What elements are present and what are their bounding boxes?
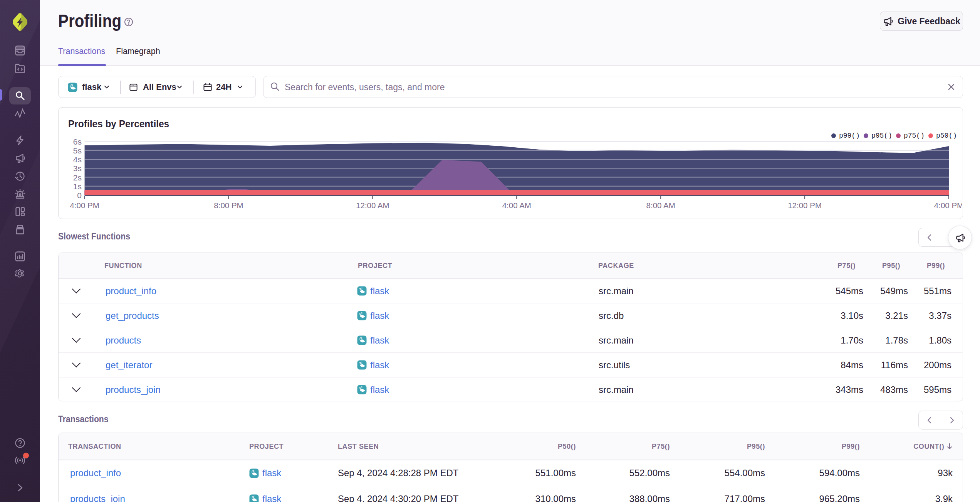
svg-text:1s: 1s [73,182,82,191]
svg-text:2s: 2s [73,173,82,182]
svg-text:4:00 AM: 4:00 AM [502,201,531,210]
svg-text:4:00 PM: 4:00 PM [934,201,962,210]
svg-text:3s: 3s [73,164,82,173]
svg-text:8:00 PM: 8:00 PM [214,201,243,210]
svg-text:12:00 PM: 12:00 PM [788,201,822,210]
svg-text:0: 0 [77,191,82,200]
svg-text:6s: 6s [73,137,82,146]
svg-text:4s: 4s [73,155,82,164]
svg-text:8:00 AM: 8:00 AM [646,201,675,210]
svg-text:12:00 AM: 12:00 AM [356,201,389,210]
svg-text:5s: 5s [73,146,82,155]
svg-text:4:00 PM: 4:00 PM [70,201,99,210]
